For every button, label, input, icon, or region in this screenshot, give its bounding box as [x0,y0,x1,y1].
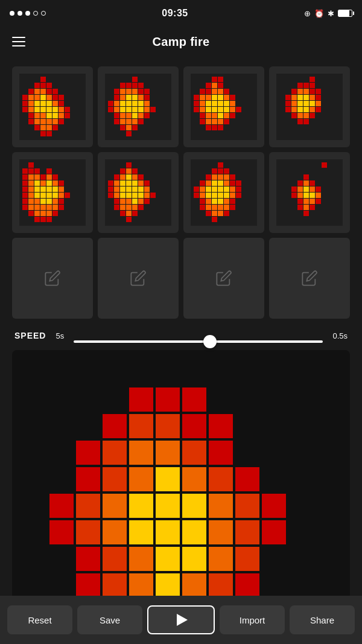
edit-icon [130,270,147,287]
frame-10-empty[interactable] [98,238,179,319]
time-display: 09:35 [162,8,188,19]
frame-7[interactable] [183,152,264,233]
toolbar: Reset Save Import Share [0,596,362,644]
frame-2[interactable] [98,66,179,147]
status-icons: ⊕ ⏰ ✱ [304,9,352,18]
battery-icon [338,10,352,17]
frame-3[interactable] [183,66,264,147]
speed-section: SPEED 5s 0.5s [0,319,362,350]
menu-line-3 [12,45,25,46]
header: Camp fire [0,27,362,57]
menu-line-1 [12,37,25,38]
signal-dots [10,11,46,16]
frame-12-empty[interactable] [269,238,350,319]
frame-4[interactable] [269,66,350,147]
speed-slider[interactable] [74,340,323,343]
play-button[interactable] [147,605,215,634]
frame-1[interactable] [12,66,93,147]
share-button[interactable]: Share [290,605,355,634]
frame-9-empty[interactable] [12,238,93,319]
speed-min: 5s [56,331,64,340]
frames-section [0,57,362,319]
edit-icon [301,270,318,287]
dot-5 [41,11,46,16]
speed-slider-wrap[interactable] [74,334,323,337]
edit-icon [44,270,61,287]
menu-line-2 [12,41,25,42]
frames-grid [12,66,350,319]
dot-2 [17,11,22,16]
frame-11-empty[interactable] [183,238,264,319]
menu-button[interactable] [12,37,25,46]
speed-max: 0.5s [332,331,348,340]
dot-3 [25,11,30,16]
edit-icon [215,270,232,287]
status-bar: 09:35 ⊕ ⏰ ✱ [0,0,362,27]
frame-5[interactable] [12,152,93,233]
bluetooth-icon: ✱ [328,9,334,18]
page-title: Camp fire [153,35,210,49]
dot-1 [10,11,14,16]
play-icon [177,614,188,626]
save-button[interactable]: Save [77,605,142,634]
reset-button[interactable]: Reset [7,605,72,634]
frame-8[interactable] [269,152,350,233]
frame-6[interactable] [98,152,179,233]
speed-label: SPEED [14,331,46,340]
dot-4 [33,11,38,16]
import-button[interactable]: Import [220,605,285,634]
lock-icon: ⊕ [304,9,311,18]
alarm-icon: ⏰ [314,9,324,18]
